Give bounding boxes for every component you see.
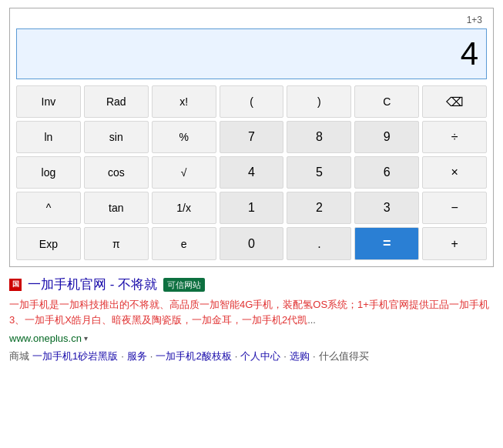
calculator: 1+3 4 InvRadx!()C⌫lnsin%789÷logcos√456×^…: [9, 8, 494, 267]
multiply-button[interactable]: ×: [422, 156, 487, 189]
log-button[interactable]: log: [16, 156, 81, 189]
result-snippet: 一加手机是一加科技推出的不将就、高品质一加智能4G手机，装配氢OS系统；1+手机…: [9, 297, 494, 329]
ln-button[interactable]: ln: [16, 121, 81, 153]
pi-button[interactable]: π: [84, 227, 149, 260]
seven-button[interactable]: 7: [220, 121, 284, 153]
divide-button[interactable]: ÷: [422, 121, 487, 153]
expression-display: 1+3: [16, 15, 487, 27]
decimal-button[interactable]: .: [287, 227, 351, 260]
exp-button[interactable]: Exp: [16, 227, 81, 260]
reciprocal-button[interactable]: 1/x: [152, 192, 216, 224]
site-icon: 国: [9, 279, 22, 291]
plus-button[interactable]: +: [422, 227, 487, 260]
backspace-button[interactable]: ⌫: [422, 85, 487, 118]
clear-button[interactable]: C: [354, 85, 419, 118]
minus-button[interactable]: −: [422, 192, 487, 224]
rad-button[interactable]: Rad: [84, 85, 149, 118]
result-url: www.oneplus.cn ▾: [9, 331, 494, 346]
result-links: 商城一加手机1砂岩黑版 · 服务 · 一加手机2酸枝板 · 个人中心 · 选购 …: [9, 349, 494, 364]
eight-button[interactable]: 8: [287, 121, 351, 153]
links-prefix: 商城: [9, 349, 29, 364]
euler-button[interactable]: e: [152, 227, 216, 260]
search-result: 国 一加手机官网 - 不将就 可信网站 一加手机是一加科技推出的不将就、高品质一…: [9, 275, 494, 363]
open-paren-button[interactable]: (: [220, 85, 284, 118]
result-title-link[interactable]: 一加手机官网 - 不将就: [28, 275, 157, 295]
result-title-line: 国 一加手机官网 - 不将就 可信网站: [9, 275, 494, 295]
display-value: 4: [461, 35, 478, 72]
cos-button[interactable]: cos: [84, 156, 149, 189]
factorial-button[interactable]: x!: [152, 85, 216, 118]
equals-button[interactable]: =: [354, 227, 419, 260]
tan-button[interactable]: tan: [84, 192, 149, 224]
link-separator: ·: [121, 349, 124, 364]
links-tail: 什么值得买: [319, 349, 369, 364]
result-display: 4: [16, 28, 487, 79]
six-button[interactable]: 6: [354, 156, 419, 189]
sqrt-button[interactable]: √: [152, 156, 216, 189]
link-2[interactable]: 服务: [127, 349, 147, 364]
link-1[interactable]: 一加手机1砂岩黑版: [32, 349, 118, 364]
button-grid: InvRadx!()C⌫lnsin%789÷logcos√456×^tan1/x…: [16, 85, 487, 260]
nine-button[interactable]: 9: [354, 121, 419, 153]
snippet-text: 一加手机是一加科技推出的不将就、高品质一加智能4G手机，装配氢OS系统；1+手机…: [9, 299, 489, 326]
power-button[interactable]: ^: [16, 192, 81, 224]
link-separator: ·: [283, 349, 287, 364]
two-button[interactable]: 2: [287, 192, 351, 224]
link-4[interactable]: 个人中心: [240, 349, 280, 364]
trusted-badge: 可信网站: [163, 278, 205, 293]
one-button[interactable]: 1: [220, 192, 284, 224]
link-3[interactable]: 一加手机2酸枝板: [156, 349, 231, 364]
five-button[interactable]: 5: [287, 156, 351, 189]
link-separator: ·: [235, 349, 238, 364]
percent-button[interactable]: %: [152, 121, 216, 153]
url-text: www.oneplus.cn: [9, 331, 82, 346]
url-arrow: ▾: [84, 333, 88, 344]
sin-button[interactable]: sin: [84, 121, 149, 153]
snippet-ellipsis: ...: [307, 314, 316, 326]
inv-button[interactable]: Inv: [16, 85, 81, 118]
three-button[interactable]: 3: [354, 192, 419, 224]
close-paren-button[interactable]: ): [287, 85, 351, 118]
zero-button[interactable]: 0: [220, 227, 284, 260]
four-button[interactable]: 4: [220, 156, 284, 189]
link-5[interactable]: 选购: [290, 349, 310, 364]
links-tail-sep: ·: [313, 349, 316, 364]
link-separator: ·: [150, 349, 153, 364]
